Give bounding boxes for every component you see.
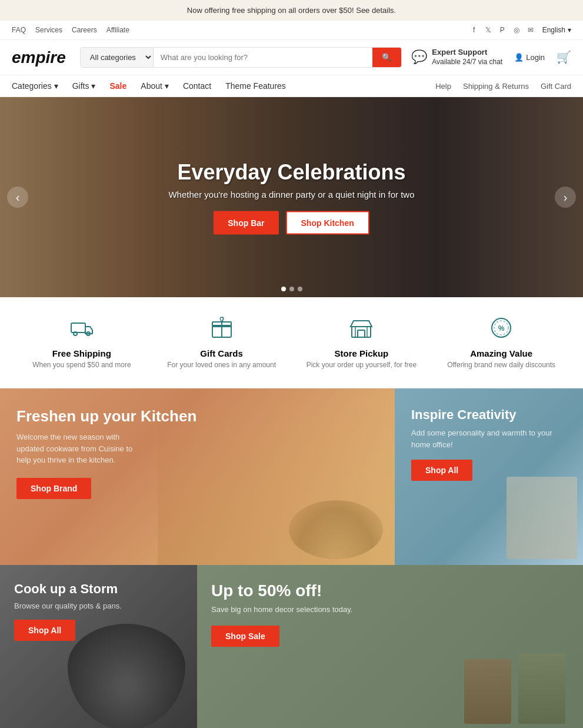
instagram-icon[interactable]: ◎ [512,25,521,35]
search-wrapper: All categories 🔍 [80,47,402,68]
promo-bottom-grid: Cook up a Storm Browse our quality pots … [0,565,583,728]
nav-theme-features[interactable]: Theme Features [225,81,286,91]
shop-brand-button[interactable]: Shop Brand [16,478,91,499]
login-button[interactable]: 👤 Login [514,53,545,62]
header-actions: 💬 Expert Support Available 24/7 via chat… [411,48,571,67]
svg-rect-5 [352,327,371,337]
features-bar: Free Shipping When you spend $50 and mor… [0,297,583,388]
nav-left: Categories ▾ Gifts ▾ Sale About ▾ Contac… [12,81,286,91]
svg-rect-6 [358,330,365,337]
nav-theme-features-label: Theme Features [225,81,286,91]
social-icons: f 𝕏 P ◎ ✉ [469,25,535,35]
shop-all-storm-button[interactable]: Shop All [14,620,75,641]
feature-value-desc: Offering brand new daily discounts [431,361,571,369]
nav-gift-card[interactable]: Gift Card [541,82,571,91]
promo-storm-desc: Browse our quality pots & pans. [14,601,183,610]
hero-prev-button[interactable]: ‹ [7,187,28,208]
feature-value-title: Amazing Value [431,348,571,358]
announcement-bar: Now offering free shipping on all orders… [0,0,583,21]
careers-link[interactable]: Careers [72,26,97,34]
feature-amazing-value: % Amazing Value Offering brand new daily… [431,316,571,369]
support-title: Expert Support [432,48,487,56]
promo-kitchen: Freshen up your Kitchen Welcome the new … [0,388,395,565]
hero-buttons: Shop Bar Shop Kitchen [168,211,414,235]
pinterest-icon[interactable]: P [498,25,507,35]
chevron-down-icon: ▾ [165,81,169,91]
hero-subtitle: Whether you're hosting a dinner party or… [168,190,414,200]
feature-store-pickup: Store Pickup Pick your order up yourself… [292,316,432,369]
main-navigation: Categories ▾ Gifts ▾ Sale About ▾ Contac… [0,75,583,97]
promo-storm: Cook up a Storm Browse our quality pots … [0,565,197,728]
header: empire All categories 🔍 💬 Expert Support… [0,40,583,75]
nav-contact[interactable]: Contact [183,81,211,91]
nav-contact-label: Contact [183,81,211,91]
search-input[interactable] [154,48,373,67]
feature-pickup-title: Store Pickup [292,348,432,358]
nav-about-label: About [141,81,162,91]
nav-about[interactable]: About ▾ [141,81,169,91]
cart-icon[interactable]: 🛒 [557,50,571,64]
hero-dots [281,287,302,291]
chevron-down-icon: ▾ [91,81,95,91]
truck-icon [12,316,152,344]
feature-shipping-title: Free Shipping [12,348,152,358]
hero-next-button[interactable]: › [555,187,576,208]
services-link[interactable]: Services [35,26,62,34]
promo-sale-title: Up to 50% off! [211,581,569,600]
hero-dot-3[interactable] [298,287,302,291]
utility-right: f 𝕏 P ◎ ✉ English ▾ [469,25,571,35]
promo-kitchen-title: Freshen up your Kitchen [16,407,378,426]
utility-bar: FAQ Services Careers Affiliate f 𝕏 P ◎ ✉… [0,21,583,40]
hero-slider: ‹ Everyday Celebrations Whether you're h… [0,97,583,297]
promo-creativity-desc: Add some personality and warmth to your … [411,427,567,450]
promo-storm-title: Cook up a Storm [14,581,183,597]
language-label: English [542,26,565,34]
language-selector[interactable]: English ▾ [542,26,571,34]
support-subtitle: Available 24/7 via chat [432,58,502,66]
hero-dot-2[interactable] [289,287,294,291]
percent-icon: % [431,316,571,344]
logo[interactable]: empire [12,48,66,67]
search-icon: 🔍 [382,53,392,62]
feature-gift-desc: For your loved ones in any amount [152,361,292,369]
facebook-icon[interactable]: f [469,25,479,35]
svg-rect-0 [71,323,85,333]
nav-sale[interactable]: Sale [109,81,126,91]
email-icon[interactable]: ✉ [526,25,535,35]
user-icon: 👤 [514,53,524,62]
category-select[interactable]: All categories [81,48,154,67]
support-block: 💬 Expert Support Available 24/7 via chat [411,48,502,67]
gift-icon [152,316,292,344]
shop-kitchen-button[interactable]: Shop Kitchen [285,211,369,235]
nav-gifts[interactable]: Gifts ▾ [72,81,96,91]
nav-sale-label: Sale [109,81,126,91]
nav-right: Help Shipping & Returns Gift Card [435,82,571,91]
nav-categories[interactable]: Categories ▾ [12,81,58,91]
faq-link[interactable]: FAQ [12,26,26,34]
promo-creativity-title: Inspire Creativity [411,407,567,423]
hero-content: Everyday Celebrations Whether you're hos… [168,160,414,235]
svg-point-1 [74,332,77,335]
hero-title: Everyday Celebrations [168,160,414,185]
shop-sale-button[interactable]: Shop Sale [211,626,279,647]
shop-bar-button[interactable]: Shop Bar [214,211,278,235]
promo-main-grid: Freshen up your Kitchen Welcome the new … [0,388,583,565]
store-icon [292,316,432,344]
feature-gift-title: Gift Cards [152,348,292,358]
chat-icon: 💬 [411,49,427,65]
nav-categories-label: Categories [12,81,52,91]
feature-gift-cards: Gift Cards For your loved ones in any am… [152,316,292,369]
hero-dot-1[interactable] [281,287,286,291]
shop-all-creativity-button[interactable]: Shop All [411,460,472,481]
affiliate-link[interactable]: Affiliate [106,26,129,34]
nav-help[interactable]: Help [435,82,451,91]
feature-free-shipping: Free Shipping When you spend $50 and mor… [12,316,152,369]
promo-sale-desc: Save big on home decor selections today. [211,605,569,614]
nav-gifts-label: Gifts [72,81,89,91]
search-button[interactable]: 🔍 [372,48,401,67]
nav-shipping[interactable]: Shipping & Returns [463,82,529,91]
login-label: Login [526,53,545,62]
support-text: Expert Support Available 24/7 via chat [432,48,502,67]
twitter-icon[interactable]: 𝕏 [484,25,493,35]
chevron-down-icon: ▾ [54,81,58,91]
